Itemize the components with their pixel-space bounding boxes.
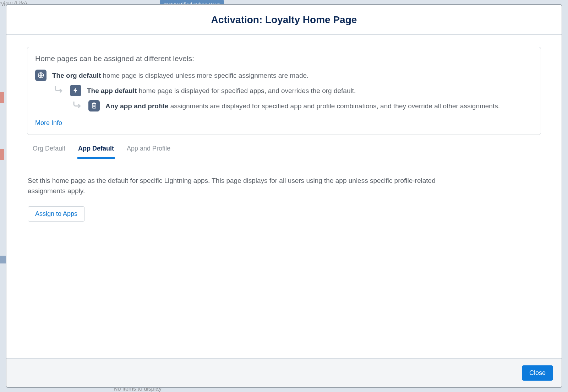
sub-arrow-icon [72, 100, 83, 110]
globe-icon [35, 70, 47, 81]
tab-description: Set this home page as the default for sp… [28, 175, 436, 196]
clipboard-icon [88, 100, 100, 111]
level-bold: The app default [87, 87, 137, 94]
tab-app-profile[interactable]: App and Profile [126, 138, 171, 159]
tab-org-default[interactable]: Org Default [32, 138, 66, 159]
level-app-profile: Any app and profile assignments are disp… [72, 100, 533, 111]
modal-body: Home pages can be assigned at different … [6, 35, 562, 358]
level-bold: The org default [52, 72, 101, 79]
level-text: Any app and profile assignments are disp… [105, 100, 500, 111]
modal-footer: Close [6, 358, 562, 387]
level-org-default: The org default home page is displayed u… [35, 69, 533, 81]
info-heading: Home pages can be assigned at different … [35, 54, 533, 63]
level-app-default: The app default home page is displayed f… [54, 85, 533, 96]
tab-content: Set this home page as the default for sp… [27, 159, 541, 222]
lightning-icon [70, 85, 81, 96]
backdrop-bar [0, 149, 4, 160]
modal-header: Activation: Loyalty Home Page [6, 5, 562, 35]
close-button[interactable]: Close [522, 365, 553, 381]
backdrop-bar [0, 92, 4, 103]
tab-app-default[interactable]: App Default [77, 138, 115, 159]
level-rest: home page is displayed unless more speci… [101, 72, 308, 79]
level-rest: assignments are displayed for specified … [168, 102, 500, 110]
more-info-link[interactable]: More Info [35, 119, 62, 127]
level-rest: home page is displayed for specified app… [137, 87, 356, 94]
tabs-bar: Org Default App Default App and Profile [27, 138, 541, 159]
svg-rect-2 [93, 103, 95, 104]
modal-title: Activation: Loyalty Home Page [13, 14, 555, 26]
level-text: The app default home page is displayed f… [87, 85, 356, 96]
level-bold: Any app and profile [105, 102, 168, 110]
sub-arrow-icon [54, 85, 64, 95]
activation-modal: Activation: Loyalty Home Page Home pages… [6, 4, 562, 388]
assign-to-apps-button[interactable]: Assign to Apps [28, 206, 85, 222]
assignment-info-box: Home pages can be assigned at different … [27, 47, 541, 135]
level-text: The org default home page is displayed u… [52, 69, 308, 81]
